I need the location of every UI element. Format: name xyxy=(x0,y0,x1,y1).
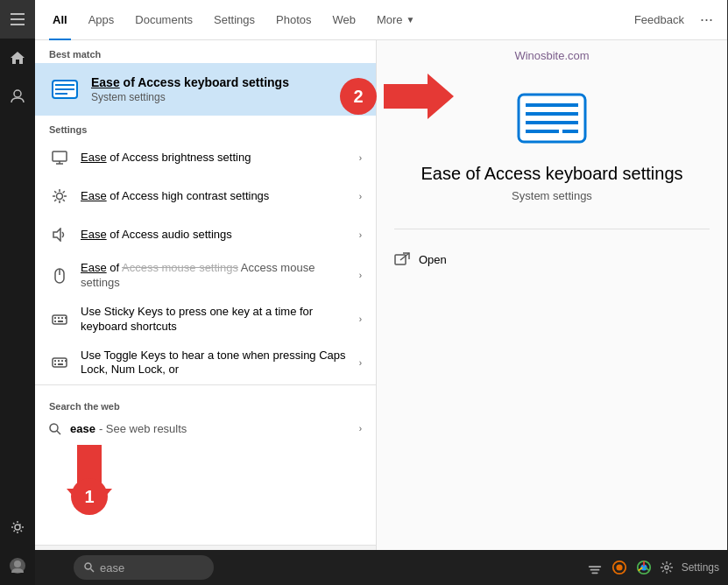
detail-keyboard-icon xyxy=(517,93,587,146)
sun-icon xyxy=(49,186,70,207)
user-icon[interactable] xyxy=(0,77,35,116)
svg-line-42 xyxy=(57,431,60,434)
svg-line-20 xyxy=(54,191,56,193)
keyboard-icon xyxy=(49,309,70,330)
watermark: Winosbite.com xyxy=(514,49,589,62)
tab-web[interactable]: Web xyxy=(322,0,366,40)
web-search-query: ease xyxy=(70,422,95,435)
overflow-menu-icon[interactable]: ··· xyxy=(693,11,720,29)
svg-rect-38 xyxy=(54,363,56,365)
open-label: Open xyxy=(419,253,447,266)
svg-point-41 xyxy=(50,424,58,432)
list-item[interactable]: Ease of Access audio settings › xyxy=(35,215,376,254)
list-item[interactable]: Use Sticky Keys to press one key at a ti… xyxy=(35,298,376,342)
chrome-icon[interactable] xyxy=(636,560,652,575)
svg-rect-1 xyxy=(11,18,25,20)
web-section-label: Search the web xyxy=(35,392,376,415)
web-search-item[interactable]: ease - See web results › xyxy=(35,415,376,442)
svg-rect-12 xyxy=(53,152,67,161)
svg-rect-33 xyxy=(65,317,67,319)
list-item[interactable]: Ease of Access high contrast settings › xyxy=(35,177,376,215)
avatar-icon[interactable] xyxy=(0,546,35,585)
network-icon xyxy=(587,560,603,575)
annotation-arrow-1: 1 xyxy=(54,445,124,515)
tab-apps[interactable]: Apps xyxy=(78,0,125,40)
svg-rect-45 xyxy=(519,95,585,142)
taskbar-search-box[interactable]: ease xyxy=(74,555,214,580)
svg-line-21 xyxy=(63,200,65,201)
more-chevron-icon: ▼ xyxy=(406,15,415,25)
taskbar-search-text: ease xyxy=(100,561,124,574)
detail-panel: Winosbite.com Ease of Access keyboard se… xyxy=(377,40,727,585)
annotation-number-2: 2 xyxy=(340,78,377,115)
speaker-icon xyxy=(49,224,70,245)
chevron-right-icon: › xyxy=(359,192,362,201)
svg-rect-50 xyxy=(562,130,578,133)
svg-line-23 xyxy=(54,200,56,201)
svg-point-15 xyxy=(57,194,63,200)
list-item[interactable]: Ease of Access brightness setting › xyxy=(35,138,376,177)
svg-rect-29 xyxy=(58,317,60,319)
svg-rect-9 xyxy=(55,84,74,86)
annotation-number-1: 1 xyxy=(71,478,108,515)
tab-all[interactable]: All xyxy=(42,0,78,40)
best-match-title: Ease of Access keyboard settings xyxy=(91,75,362,89)
svg-rect-59 xyxy=(588,566,600,567)
tab-settings[interactable]: Settings xyxy=(203,0,265,40)
keyboard-small-icon xyxy=(49,74,81,105)
svg-rect-48 xyxy=(526,121,578,124)
svg-rect-60 xyxy=(590,569,599,571)
svg-point-69 xyxy=(664,566,668,569)
chevron-right-icon: › xyxy=(359,153,362,163)
content-area: Best match Ease of Access keyboard setti… xyxy=(35,40,727,585)
svg-rect-40 xyxy=(65,360,67,362)
svg-rect-35 xyxy=(54,360,56,362)
hamburger-menu-icon[interactable] xyxy=(0,0,35,39)
tab-photos[interactable]: Photos xyxy=(265,0,322,40)
chevron-right-icon: › xyxy=(359,230,362,240)
svg-marker-24 xyxy=(53,229,60,241)
chevron-right-icon: › xyxy=(359,358,362,368)
svg-rect-30 xyxy=(61,317,63,319)
taskbar-icons: Settings xyxy=(587,560,728,575)
list-item-text: Ease of Access brightness setting xyxy=(81,151,356,166)
chevron-right-icon: › xyxy=(359,424,362,433)
detail-title: Ease of Access keyboard settings xyxy=(421,164,682,184)
web-section: Search the web ease - See web results › xyxy=(35,384,376,449)
list-item-text: Ease of Access audio settings xyxy=(81,228,356,243)
divider xyxy=(394,229,710,229)
svg-rect-31 xyxy=(54,321,56,322)
mouse-icon xyxy=(49,265,70,286)
svg-rect-27 xyxy=(53,315,67,324)
taskbar-settings-icon[interactable] xyxy=(661,561,673,574)
settings-section-label: Settings xyxy=(35,116,376,138)
list-item[interactable]: Use Toggle Keys to hear a tone when pres… xyxy=(35,342,376,385)
tab-documents[interactable]: Documents xyxy=(124,0,203,40)
list-item-text: Use Toggle Keys to hear a tone when pres… xyxy=(81,349,356,378)
svg-rect-36 xyxy=(58,360,60,362)
best-match-item[interactable]: Ease of Access keyboard settings System … xyxy=(35,63,376,116)
firefox-icon[interactable] xyxy=(611,560,627,575)
svg-rect-11 xyxy=(55,93,67,95)
chevron-right-icon: › xyxy=(359,271,362,280)
tab-more[interactable]: More ▼ xyxy=(366,0,426,40)
svg-point-5 xyxy=(15,525,20,530)
list-item-text: Use Sticky Keys to press one key at a ti… xyxy=(81,305,356,335)
list-item-text: Ease of Access mouse settings Access mou… xyxy=(81,261,356,291)
svg-point-63 xyxy=(616,564,622,570)
gear-icon[interactable] xyxy=(0,508,35,546)
svg-point-7 xyxy=(14,560,21,567)
sidebar xyxy=(0,0,35,585)
svg-point-4 xyxy=(14,90,21,97)
detail-subtitle: System settings xyxy=(512,189,592,202)
list-item[interactable]: Ease of Access mouse settings Access mou… xyxy=(35,254,376,298)
svg-marker-3 xyxy=(11,52,25,64)
best-match-label: Best match xyxy=(35,40,376,63)
taskbar: ease Settings xyxy=(0,550,728,585)
svg-rect-47 xyxy=(526,112,578,116)
svg-rect-32 xyxy=(58,321,63,322)
svg-rect-2 xyxy=(11,24,25,25)
open-action[interactable]: Open xyxy=(394,247,710,271)
feedback-button[interactable]: Feedback xyxy=(626,13,693,26)
home-icon[interactable] xyxy=(0,39,35,77)
